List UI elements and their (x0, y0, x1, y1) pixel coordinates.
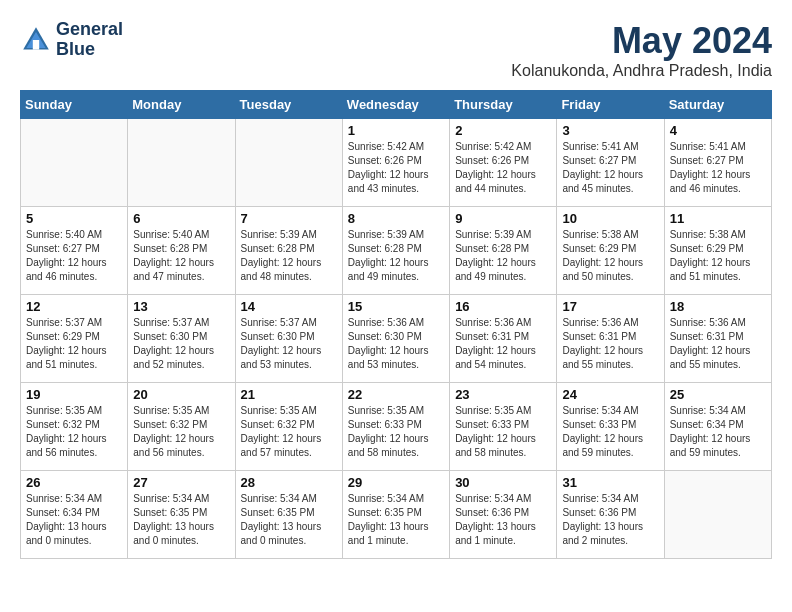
calendar-cell: 28Sunrise: 5:34 AM Sunset: 6:35 PM Dayli… (235, 471, 342, 559)
day-number: 8 (348, 211, 444, 226)
calendar-cell: 13Sunrise: 5:37 AM Sunset: 6:30 PM Dayli… (128, 295, 235, 383)
weekday-header-tuesday: Tuesday (235, 91, 342, 119)
day-info: Sunrise: 5:40 AM Sunset: 6:27 PM Dayligh… (26, 228, 122, 284)
calendar-cell: 18Sunrise: 5:36 AM Sunset: 6:31 PM Dayli… (664, 295, 771, 383)
logo-icon (20, 24, 52, 56)
logo: General Blue (20, 20, 123, 60)
day-info: Sunrise: 5:34 AM Sunset: 6:35 PM Dayligh… (348, 492, 444, 548)
week-row-4: 19Sunrise: 5:35 AM Sunset: 6:32 PM Dayli… (21, 383, 772, 471)
day-number: 18 (670, 299, 766, 314)
day-number: 11 (670, 211, 766, 226)
calendar-cell: 15Sunrise: 5:36 AM Sunset: 6:30 PM Dayli… (342, 295, 449, 383)
calendar-table: SundayMondayTuesdayWednesdayThursdayFrid… (20, 90, 772, 559)
week-row-3: 12Sunrise: 5:37 AM Sunset: 6:29 PM Dayli… (21, 295, 772, 383)
calendar-cell: 30Sunrise: 5:34 AM Sunset: 6:36 PM Dayli… (450, 471, 557, 559)
day-info: Sunrise: 5:42 AM Sunset: 6:26 PM Dayligh… (455, 140, 551, 196)
day-number: 19 (26, 387, 122, 402)
day-number: 14 (241, 299, 337, 314)
day-number: 29 (348, 475, 444, 490)
week-row-5: 26Sunrise: 5:34 AM Sunset: 6:34 PM Dayli… (21, 471, 772, 559)
week-row-1: 1Sunrise: 5:42 AM Sunset: 6:26 PM Daylig… (21, 119, 772, 207)
day-number: 4 (670, 123, 766, 138)
weekday-header-monday: Monday (128, 91, 235, 119)
day-info: Sunrise: 5:36 AM Sunset: 6:31 PM Dayligh… (670, 316, 766, 372)
day-info: Sunrise: 5:38 AM Sunset: 6:29 PM Dayligh… (670, 228, 766, 284)
day-info: Sunrise: 5:35 AM Sunset: 6:32 PM Dayligh… (133, 404, 229, 460)
day-info: Sunrise: 5:34 AM Sunset: 6:34 PM Dayligh… (26, 492, 122, 548)
day-number: 28 (241, 475, 337, 490)
day-number: 27 (133, 475, 229, 490)
day-number: 31 (562, 475, 658, 490)
day-number: 15 (348, 299, 444, 314)
calendar-cell: 4Sunrise: 5:41 AM Sunset: 6:27 PM Daylig… (664, 119, 771, 207)
day-number: 21 (241, 387, 337, 402)
day-info: Sunrise: 5:34 AM Sunset: 6:36 PM Dayligh… (562, 492, 658, 548)
calendar-cell (128, 119, 235, 207)
day-number: 3 (562, 123, 658, 138)
day-number: 17 (562, 299, 658, 314)
day-info: Sunrise: 5:37 AM Sunset: 6:30 PM Dayligh… (133, 316, 229, 372)
weekday-header-friday: Friday (557, 91, 664, 119)
day-info: Sunrise: 5:37 AM Sunset: 6:30 PM Dayligh… (241, 316, 337, 372)
day-info: Sunrise: 5:34 AM Sunset: 6:35 PM Dayligh… (241, 492, 337, 548)
day-info: Sunrise: 5:39 AM Sunset: 6:28 PM Dayligh… (348, 228, 444, 284)
day-info: Sunrise: 5:34 AM Sunset: 6:36 PM Dayligh… (455, 492, 551, 548)
calendar-cell: 3Sunrise: 5:41 AM Sunset: 6:27 PM Daylig… (557, 119, 664, 207)
day-info: Sunrise: 5:42 AM Sunset: 6:26 PM Dayligh… (348, 140, 444, 196)
page-header: General Blue May 2024 Kolanukonda, Andhr… (20, 20, 772, 80)
day-number: 9 (455, 211, 551, 226)
calendar-cell: 5Sunrise: 5:40 AM Sunset: 6:27 PM Daylig… (21, 207, 128, 295)
logo-line2: Blue (56, 40, 123, 60)
day-info: Sunrise: 5:35 AM Sunset: 6:32 PM Dayligh… (26, 404, 122, 460)
calendar-cell: 11Sunrise: 5:38 AM Sunset: 6:29 PM Dayli… (664, 207, 771, 295)
day-info: Sunrise: 5:39 AM Sunset: 6:28 PM Dayligh… (455, 228, 551, 284)
day-info: Sunrise: 5:37 AM Sunset: 6:29 PM Dayligh… (26, 316, 122, 372)
calendar-cell: 29Sunrise: 5:34 AM Sunset: 6:35 PM Dayli… (342, 471, 449, 559)
calendar-cell: 19Sunrise: 5:35 AM Sunset: 6:32 PM Dayli… (21, 383, 128, 471)
calendar-cell (235, 119, 342, 207)
day-info: Sunrise: 5:36 AM Sunset: 6:31 PM Dayligh… (562, 316, 658, 372)
day-number: 30 (455, 475, 551, 490)
calendar-cell: 26Sunrise: 5:34 AM Sunset: 6:34 PM Dayli… (21, 471, 128, 559)
day-info: Sunrise: 5:34 AM Sunset: 6:34 PM Dayligh… (670, 404, 766, 460)
calendar-cell: 2Sunrise: 5:42 AM Sunset: 6:26 PM Daylig… (450, 119, 557, 207)
day-info: Sunrise: 5:41 AM Sunset: 6:27 PM Dayligh… (670, 140, 766, 196)
day-info: Sunrise: 5:35 AM Sunset: 6:32 PM Dayligh… (241, 404, 337, 460)
day-number: 26 (26, 475, 122, 490)
day-info: Sunrise: 5:40 AM Sunset: 6:28 PM Dayligh… (133, 228, 229, 284)
weekday-header-wednesday: Wednesday (342, 91, 449, 119)
day-number: 2 (455, 123, 551, 138)
day-number: 6 (133, 211, 229, 226)
day-number: 23 (455, 387, 551, 402)
day-number: 16 (455, 299, 551, 314)
calendar-cell: 20Sunrise: 5:35 AM Sunset: 6:32 PM Dayli… (128, 383, 235, 471)
day-number: 5 (26, 211, 122, 226)
day-number: 13 (133, 299, 229, 314)
logo-text: General Blue (56, 20, 123, 60)
day-number: 22 (348, 387, 444, 402)
weekday-header-saturday: Saturday (664, 91, 771, 119)
calendar-cell: 25Sunrise: 5:34 AM Sunset: 6:34 PM Dayli… (664, 383, 771, 471)
day-info: Sunrise: 5:41 AM Sunset: 6:27 PM Dayligh… (562, 140, 658, 196)
calendar-cell: 27Sunrise: 5:34 AM Sunset: 6:35 PM Dayli… (128, 471, 235, 559)
day-number: 25 (670, 387, 766, 402)
calendar-cell: 6Sunrise: 5:40 AM Sunset: 6:28 PM Daylig… (128, 207, 235, 295)
weekday-header-row: SundayMondayTuesdayWednesdayThursdayFrid… (21, 91, 772, 119)
calendar-cell: 14Sunrise: 5:37 AM Sunset: 6:30 PM Dayli… (235, 295, 342, 383)
calendar-cell: 9Sunrise: 5:39 AM Sunset: 6:28 PM Daylig… (450, 207, 557, 295)
svg-rect-2 (33, 40, 39, 50)
calendar-cell: 7Sunrise: 5:39 AM Sunset: 6:28 PM Daylig… (235, 207, 342, 295)
day-info: Sunrise: 5:36 AM Sunset: 6:30 PM Dayligh… (348, 316, 444, 372)
day-info: Sunrise: 5:39 AM Sunset: 6:28 PM Dayligh… (241, 228, 337, 284)
calendar-cell: 16Sunrise: 5:36 AM Sunset: 6:31 PM Dayli… (450, 295, 557, 383)
calendar-cell: 21Sunrise: 5:35 AM Sunset: 6:32 PM Dayli… (235, 383, 342, 471)
day-number: 1 (348, 123, 444, 138)
day-number: 24 (562, 387, 658, 402)
weekday-header-thursday: Thursday (450, 91, 557, 119)
month-title: May 2024 (511, 20, 772, 62)
day-number: 20 (133, 387, 229, 402)
calendar-cell: 17Sunrise: 5:36 AM Sunset: 6:31 PM Dayli… (557, 295, 664, 383)
weekday-header-sunday: Sunday (21, 91, 128, 119)
day-info: Sunrise: 5:38 AM Sunset: 6:29 PM Dayligh… (562, 228, 658, 284)
day-info: Sunrise: 5:34 AM Sunset: 6:33 PM Dayligh… (562, 404, 658, 460)
